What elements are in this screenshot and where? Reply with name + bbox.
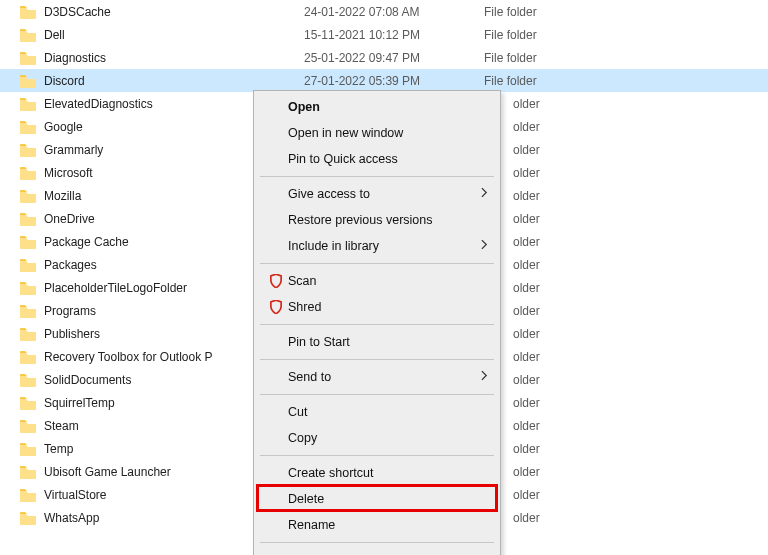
- menu-item-shred[interactable]: Shred: [256, 294, 498, 320]
- folder-icon: [20, 327, 36, 341]
- menu-item-label: Scan: [288, 274, 488, 288]
- menu-separator: [260, 455, 494, 456]
- menu-item-label: Cut: [288, 405, 488, 419]
- menu-item-open-in-new-window[interactable]: Open in new window: [256, 120, 498, 146]
- menu-separator: [260, 176, 494, 177]
- menu-separator: [260, 263, 494, 264]
- menu-item-label: Create shortcut: [288, 466, 488, 480]
- menu-item-create-shortcut[interactable]: Create shortcut: [256, 460, 498, 486]
- blank-icon: [266, 430, 286, 446]
- blank-icon: [266, 369, 286, 385]
- file-date: 15-11-2021 10:12 PM: [304, 28, 484, 42]
- file-type-trailing: older: [513, 304, 540, 318]
- folder-icon: [20, 304, 36, 318]
- blank-icon: [266, 517, 286, 533]
- file-type-trailing: older: [513, 442, 540, 456]
- menu-separator: [260, 324, 494, 325]
- file-type-trailing: older: [513, 281, 540, 295]
- folder-icon: [20, 74, 36, 88]
- file-name: D3DSCache: [44, 5, 304, 19]
- file-type-trailing: older: [513, 189, 540, 203]
- menu-item-pin-to-start[interactable]: Pin to Start: [256, 329, 498, 355]
- menu-item-delete[interactable]: Delete: [256, 486, 498, 512]
- menu-item-label: Include in library: [288, 239, 481, 253]
- file-type-trailing: older: [513, 166, 540, 180]
- file-name: Discord: [44, 74, 304, 88]
- menu-item-label: Rename: [288, 518, 488, 532]
- file-type: File folder: [484, 5, 604, 19]
- folder-icon: [20, 51, 36, 65]
- folder-icon: [20, 120, 36, 134]
- file-type-trailing: older: [513, 212, 540, 226]
- blank-icon: [266, 404, 286, 420]
- blank-icon: [266, 151, 286, 167]
- folder-icon: [20, 488, 36, 502]
- menu-item-label: Open: [288, 100, 488, 114]
- file-type-trailing: older: [513, 120, 540, 134]
- menu-item-copy[interactable]: Copy: [256, 425, 498, 451]
- file-date: 25-01-2022 09:47 PM: [304, 51, 484, 65]
- menu-item-label: Pin to Quick access: [288, 152, 488, 166]
- submenu-arrow-icon: [481, 187, 488, 201]
- shield-red-icon: [266, 299, 286, 315]
- folder-icon: [20, 166, 36, 180]
- menu-item-give-access-to[interactable]: Give access to: [256, 181, 498, 207]
- menu-item-send-to[interactable]: Send to: [256, 364, 498, 390]
- blank-icon: [266, 465, 286, 481]
- blank-icon: [266, 238, 286, 254]
- folder-icon: [20, 281, 36, 295]
- submenu-arrow-icon: [481, 370, 488, 384]
- file-row[interactable]: D3DSCache24-01-2022 07:08 AMFile folder: [0, 0, 768, 23]
- menu-item-pin-to-quick-access[interactable]: Pin to Quick access: [256, 146, 498, 172]
- folder-icon: [20, 143, 36, 157]
- blank-icon: [266, 186, 286, 202]
- context-menu: OpenOpen in new windowPin to Quick acces…: [253, 90, 501, 555]
- folder-icon: [20, 350, 36, 364]
- file-row[interactable]: Discord27-01-2022 05:39 PMFile folder: [0, 69, 768, 92]
- submenu-arrow-icon: [481, 239, 488, 253]
- folder-icon: [20, 442, 36, 456]
- file-row[interactable]: Dell15-11-2021 10:12 PMFile folder: [0, 23, 768, 46]
- file-type-trailing: older: [513, 488, 540, 502]
- folder-icon: [20, 5, 36, 19]
- menu-separator: [260, 359, 494, 360]
- file-type-trailing: older: [513, 465, 540, 479]
- blank-icon: [266, 491, 286, 507]
- menu-item-open[interactable]: Open: [256, 94, 498, 120]
- folder-icon: [20, 235, 36, 249]
- file-type-trailing: older: [513, 97, 540, 111]
- folder-icon: [20, 189, 36, 203]
- folder-icon: [20, 373, 36, 387]
- menu-item-label: Shred: [288, 300, 488, 314]
- menu-item-properties[interactable]: Properties: [256, 547, 498, 555]
- blank-icon: [266, 125, 286, 141]
- file-date: 27-01-2022 05:39 PM: [304, 74, 484, 88]
- file-type: File folder: [484, 28, 604, 42]
- blank-icon: [266, 99, 286, 115]
- folder-icon: [20, 511, 36, 525]
- file-date: 24-01-2022 07:08 AM: [304, 5, 484, 19]
- file-type-trailing: older: [513, 419, 540, 433]
- menu-item-scan[interactable]: Scan: [256, 268, 498, 294]
- file-type-trailing: older: [513, 143, 540, 157]
- folder-icon: [20, 396, 36, 410]
- shield-red-icon: [266, 273, 286, 289]
- file-row[interactable]: Diagnostics25-01-2022 09:47 PMFile folde…: [0, 46, 768, 69]
- folder-icon: [20, 465, 36, 479]
- file-type-trailing: older: [513, 235, 540, 249]
- file-type: File folder: [484, 51, 604, 65]
- menu-item-cut[interactable]: Cut: [256, 399, 498, 425]
- menu-separator: [260, 542, 494, 543]
- folder-icon: [20, 28, 36, 42]
- menu-item-restore-previous-versions[interactable]: Restore previous versions: [256, 207, 498, 233]
- file-type-trailing: older: [513, 511, 540, 525]
- menu-item-include-in-library[interactable]: Include in library: [256, 233, 498, 259]
- blank-icon: [266, 334, 286, 350]
- menu-item-rename[interactable]: Rename: [256, 512, 498, 538]
- blank-icon: [266, 212, 286, 228]
- menu-item-label: Give access to: [288, 187, 481, 201]
- folder-icon: [20, 419, 36, 433]
- folder-icon: [20, 258, 36, 272]
- folder-icon: [20, 212, 36, 226]
- file-type-trailing: older: [513, 258, 540, 272]
